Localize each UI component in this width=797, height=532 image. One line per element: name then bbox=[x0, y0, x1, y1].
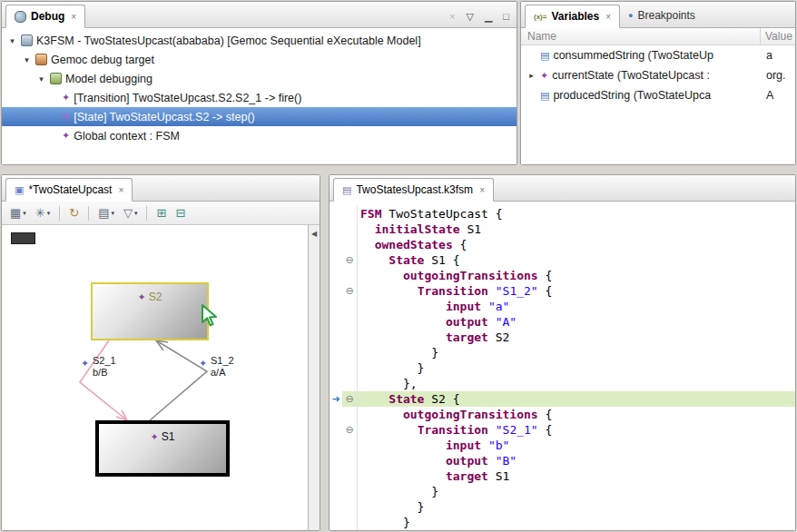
code-line[interactable]: output "B" bbox=[330, 453, 795, 468]
transition-label-s1-2[interactable]: ✦ S1_2 a/A bbox=[211, 355, 234, 379]
code-line[interactable]: } bbox=[330, 360, 795, 376]
dropdown-arrow-icon[interactable]: ▾ bbox=[134, 210, 138, 216]
diagram-editor-tabbar: ▣ *TwoStateUpcast × bbox=[2, 175, 320, 202]
dropdown-arrow-icon[interactable]: ▾ bbox=[23, 210, 26, 216]
variable-row-consummedstring[interactable]: ▤ consummedString (TwoStateUp a bbox=[521, 45, 795, 65]
layers-icon[interactable]: ▤▾ bbox=[95, 205, 117, 221]
remove-terminated-icon[interactable]: × bbox=[449, 12, 455, 22]
fold-ruler-cell bbox=[342, 237, 358, 252]
fold-collapse-icon[interactable]: ⊖ bbox=[342, 391, 358, 407]
code-text: } bbox=[358, 499, 795, 515]
view-menu-icon[interactable]: ▽ bbox=[466, 12, 473, 22]
tree-item-model-debugging[interactable]: ▾ Model debugging bbox=[2, 69, 517, 88]
arrange-icon: ▦ bbox=[10, 207, 21, 219]
code-line[interactable]: output "A" bbox=[330, 314, 795, 330]
state-icon: ✦ bbox=[151, 431, 159, 442]
column-header-value[interactable]: Value bbox=[761, 30, 792, 43]
close-icon[interactable]: × bbox=[71, 12, 76, 22]
column-header-name[interactable]: Name bbox=[521, 28, 761, 44]
annotation-ruler-cell bbox=[330, 438, 342, 453]
tree-item-label: [Transition] TwoStateUpcast.S2.S2_1 -> f… bbox=[74, 92, 301, 104]
code-text: Transition "S2_1" { bbox=[358, 422, 795, 438]
fold-ruler-cell bbox=[342, 376, 358, 391]
expand-arrow-icon[interactable]: ▾ bbox=[7, 36, 17, 45]
tree-item-global-context[interactable]: ✦ Global context : FSM bbox=[2, 126, 517, 145]
tree-item-debug-target[interactable]: ▾ Gemoc debug target bbox=[2, 50, 517, 69]
code-line[interactable]: ⊖ Transition "S1_2" { bbox=[330, 283, 795, 299]
variable-row-producedstring[interactable]: ▤ producedString (TwoStateUpca A bbox=[521, 85, 795, 105]
tab-variables[interactable]: (x)= Variables × bbox=[525, 5, 620, 28]
variable-row-currentstate[interactable]: ▸ ✦ currentState (TwoStateUpcast : org. bbox=[521, 65, 795, 85]
annotation-ruler-cell bbox=[330, 252, 342, 268]
state-node-s2[interactable]: ✦S2 bbox=[91, 282, 209, 340]
debug-icon bbox=[15, 11, 26, 23]
code-line[interactable]: ⊖ State S1 { bbox=[330, 252, 795, 268]
fold-ruler-cell bbox=[342, 407, 358, 422]
code-line[interactable]: ➜⊖ State S2 { bbox=[330, 391, 795, 407]
code-line[interactable]: input "a" bbox=[330, 299, 795, 314]
fold-collapse-icon[interactable]: ⊖ bbox=[342, 252, 358, 268]
select-mode-icon: ✳ bbox=[35, 207, 45, 219]
close-icon[interactable]: × bbox=[118, 185, 123, 195]
transition-label-s2-1[interactable]: ✦ S2_1 b/B bbox=[93, 355, 116, 379]
expand-arrow-icon[interactable]: ▾ bbox=[36, 74, 46, 84]
model-debugging-icon bbox=[50, 73, 62, 84]
code-line[interactable]: } bbox=[330, 515, 795, 530]
filters-icon[interactable]: ▽▾ bbox=[121, 205, 141, 221]
select-mode-icon[interactable]: ✳▾ bbox=[33, 205, 53, 221]
code-line[interactable]: } bbox=[330, 484, 795, 499]
fold-ruler-cell bbox=[342, 330, 358, 345]
variable-icon: ▤ bbox=[540, 50, 549, 62]
fold-ruler-cell bbox=[342, 345, 358, 360]
tab-debug[interactable]: Debug × bbox=[5, 5, 85, 28]
tab-k3fsm-editor[interactable]: ▤ TwoStatesUpcast.k3fsm × bbox=[333, 178, 494, 202]
expand-arrow-icon[interactable]: ▾ bbox=[22, 55, 32, 64]
close-icon[interactable]: × bbox=[605, 12, 611, 22]
refresh-icon[interactable]: ↻ bbox=[66, 205, 82, 221]
fold-collapse-icon[interactable]: ⊖ bbox=[342, 283, 358, 299]
text-editor-tabbar: ▤ TwoStatesUpcast.k3fsm × bbox=[330, 175, 795, 202]
code-line[interactable]: outgoingTransitions { bbox=[330, 268, 795, 283]
code-line[interactable]: ownedStates { bbox=[330, 237, 795, 252]
transition-icon: ✦ bbox=[81, 358, 89, 369]
code-area[interactable]: FSM TwoStateUpcast { initialState S1 own… bbox=[330, 202, 795, 530]
code-line[interactable]: FSM TwoStateUpcast { bbox=[330, 206, 795, 222]
code-line[interactable]: ⊖ Transition "S2_1" { bbox=[330, 422, 795, 438]
code-line[interactable]: }, bbox=[330, 376, 795, 391]
dropdown-arrow-icon[interactable]: ▾ bbox=[47, 210, 51, 216]
variables-column-header: Name Value bbox=[521, 28, 795, 45]
state-node-s1[interactable]: ✦S1 bbox=[95, 420, 230, 477]
debug-view-panel: Debug × × ▽ ▁ □ ▾ K3FSM - TwoStatesUpcas… bbox=[1, 1, 517, 165]
palette-expand-icon[interactable]: ◀ bbox=[309, 230, 320, 238]
diagram-toolbar: ▦▾✳▾↻▤▾▽▾⊞⊟ bbox=[2, 202, 320, 225]
fold-collapse-icon[interactable]: ⊖ bbox=[342, 422, 358, 438]
tab-breakpoints[interactable]: ● Breakpoints bbox=[620, 4, 704, 27]
print-diagram-icon[interactable]: ⊟ bbox=[172, 205, 188, 221]
dropdown-arrow-icon[interactable]: ▾ bbox=[111, 210, 114, 216]
code-line[interactable]: initialState S1 bbox=[330, 222, 795, 237]
code-line[interactable]: } bbox=[330, 499, 795, 515]
minimize-icon[interactable]: ▁ bbox=[485, 12, 492, 22]
diagram-editor-panel: ▣ *TwoStateUpcast × ▦▾✳▾↻▤▾▽▾⊞⊟ ✦S2 ✦S1 … bbox=[1, 174, 320, 531]
code-line[interactable]: target S2 bbox=[330, 330, 795, 345]
diagram-canvas[interactable]: ✦S2 ✦S1 ✦ S2_1 b/B ✦ S1_2 a/A ◀ bbox=[2, 225, 320, 530]
arrange-icon[interactable]: ▦▾ bbox=[7, 205, 29, 221]
diagram-file-icon: ▣ bbox=[15, 184, 24, 196]
code-line[interactable]: input "b" bbox=[330, 438, 795, 453]
fold-ruler-cell bbox=[342, 468, 358, 484]
code-line[interactable]: target S1 bbox=[330, 468, 795, 484]
state-node-label: ✦S2 bbox=[93, 291, 207, 303]
close-icon[interactable]: × bbox=[479, 185, 485, 195]
tree-item-launch[interactable]: ▾ K3FSM - TwoStatesUpcast(abababa) [Gemo… bbox=[2, 31, 517, 50]
code-line[interactable]: } bbox=[330, 345, 795, 360]
annotation-ruler-cell bbox=[330, 499, 342, 515]
expand-arrow-icon[interactable]: ▸ bbox=[526, 71, 536, 80]
tab-diagram-editor[interactable]: ▣ *TwoStateUpcast × bbox=[5, 178, 133, 202]
tree-item-state-frame-selected[interactable]: ✳ [State] TwoStateUpcast.S2 -> step() bbox=[2, 107, 517, 126]
maximize-icon[interactable]: □ bbox=[503, 12, 509, 22]
annotation-ruler-cell bbox=[330, 206, 342, 222]
tree-item-transition-frame[interactable]: ✦ [Transition] TwoStateUpcast.S2.S2_1 ->… bbox=[2, 88, 517, 107]
code-line[interactable]: outgoingTransitions { bbox=[330, 407, 795, 422]
export-image-icon[interactable]: ⊞ bbox=[153, 205, 169, 221]
annotation-ruler-cell bbox=[330, 283, 342, 299]
